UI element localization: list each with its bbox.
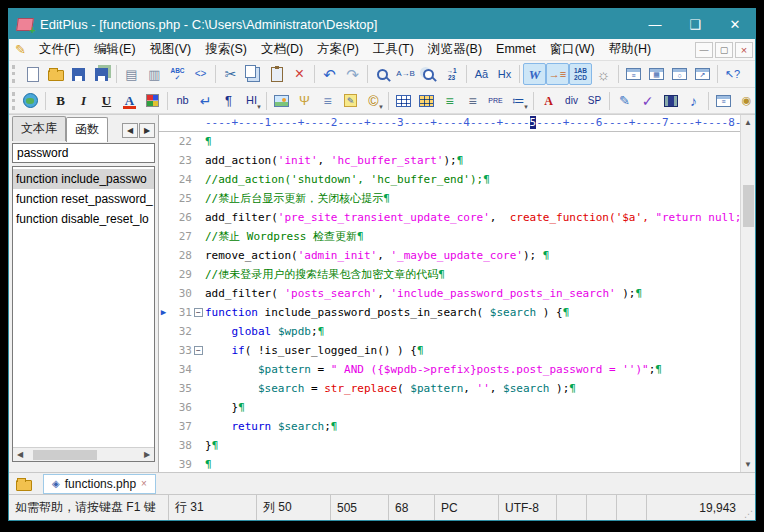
replace-button[interactable]: A→B xyxy=(394,63,417,85)
resize-grip[interactable]: ⋰ xyxy=(742,495,755,520)
code-line[interactable]: ▶31−function include_password_posts_in_s… xyxy=(159,303,740,322)
close-button[interactable]: ✕ xyxy=(715,9,755,39)
menu-item[interactable]: 帮助(H) xyxy=(602,40,658,58)
special-characters-button[interactable]: ©▼ xyxy=(362,90,385,112)
image-tag-button[interactable] xyxy=(270,90,293,112)
menu-item[interactable]: 浏览器(B) xyxy=(421,40,489,58)
scroll-up-icon[interactable]: ▲ xyxy=(741,115,755,130)
save-button[interactable] xyxy=(67,63,90,85)
menu-item[interactable]: 视图(V) xyxy=(143,40,199,58)
html-source-button[interactable]: <> xyxy=(189,63,212,85)
goto-line-button[interactable]: →123 xyxy=(440,63,463,85)
code-line[interactable]: 36 }¶ xyxy=(159,398,740,417)
tab-scroll-left-button[interactable]: ◀ xyxy=(122,123,138,138)
hex-viewer-button[interactable]: Hx xyxy=(493,63,516,85)
function-list-item[interactable]: function reset_password_ xyxy=(13,189,154,209)
toolbar-grip[interactable] xyxy=(12,65,17,83)
print-preview-button[interactable]: ▤ xyxy=(120,63,143,85)
input-checkbox-button[interactable]: ✓ xyxy=(636,90,659,112)
italic-button[interactable]: I xyxy=(72,90,95,112)
code-line[interactable]: 28remove_action('admin_init', '_maybe_up… xyxy=(159,246,740,265)
line-numbers-button[interactable]: 1AB2CD xyxy=(569,63,592,85)
auto-indent-button[interactable]: →≡ xyxy=(546,63,569,85)
code-line[interactable]: 25//禁止后台显示更新，关闭核心提示¶ xyxy=(159,189,740,208)
menu-item[interactable]: 搜索(S) xyxy=(198,40,254,58)
find-in-files-button[interactable] xyxy=(417,63,440,85)
mdi-minimize-button[interactable]: — xyxy=(695,42,713,58)
document-tab-functions-php[interactable]: ◈ functions.php × xyxy=(43,474,156,494)
form-field-button[interactable]: ≡ xyxy=(712,90,735,112)
line-break-button[interactable]: ↵ xyxy=(194,90,217,112)
browser-button[interactable] xyxy=(19,90,42,112)
menu-item[interactable]: Emmet xyxy=(489,40,543,58)
code-line[interactable]: 35 $search = str_replace( $pattern, '', … xyxy=(159,379,740,398)
horizontal-rule-button[interactable]: ≡ xyxy=(316,90,339,112)
sidebar-tab-cliptext[interactable]: 文本库 xyxy=(12,116,66,141)
list-tag-button[interactable]: ≔▼ xyxy=(507,90,530,112)
font-tag-button[interactable]: A xyxy=(537,90,560,112)
underline-button[interactable]: U xyxy=(95,90,118,112)
menu-item[interactable]: 工具(T) xyxy=(366,40,421,58)
help-button[interactable]: ↖? xyxy=(721,63,744,85)
browser-window-button[interactable]: ↗ xyxy=(691,63,714,85)
code-line[interactable]: 26add_filter('pre_site_transient_update_… xyxy=(159,208,740,227)
menu-item[interactable]: 窗口(W) xyxy=(543,40,602,58)
code-line[interactable]: 22¶ xyxy=(159,132,740,151)
mdi-restore-button[interactable]: ▢ xyxy=(715,42,733,58)
spell-check-button[interactable]: ABC✓ xyxy=(166,63,189,85)
div-tag-button[interactable]: div xyxy=(560,90,583,112)
table-tag-button[interactable] xyxy=(392,90,415,112)
code-line[interactable]: 34 $pattern = " AND ({$wpdb->prefix}post… xyxy=(159,360,740,379)
find-button[interactable] xyxy=(371,63,394,85)
copy-button[interactable] xyxy=(242,63,265,85)
span-tag-button[interactable]: SP xyxy=(583,90,606,112)
heading-tag-button[interactable]: HI▼ xyxy=(240,90,263,112)
minimize-button[interactable]: — xyxy=(635,9,675,39)
preferences-button[interactable]: ☼ xyxy=(592,63,615,85)
code-line[interactable]: 23add_action('init', 'hc_buffer_start');… xyxy=(159,151,740,170)
paste-button[interactable] xyxy=(265,63,288,85)
maximize-button[interactable]: ❑ xyxy=(675,9,715,39)
open-directory-button[interactable] xyxy=(13,475,35,493)
sidebar-tab-functions[interactable]: 函数 xyxy=(66,117,108,142)
function-list-item[interactable]: function include_passwo xyxy=(13,169,154,189)
paragraph-tag-button[interactable]: ¶ xyxy=(217,90,240,112)
word-wrap-button[interactable]: W xyxy=(523,63,546,85)
menu-item[interactable]: 编辑(E) xyxy=(87,40,143,58)
code-line[interactable]: 29//使未登录用户的搜索结果包含加密文章的代码¶ xyxy=(159,265,740,284)
cut-button[interactable]: ✂ xyxy=(219,63,242,85)
view-in-browser-button[interactable]: ○ xyxy=(668,63,691,85)
code-line[interactable]: 30add_filter( 'posts_search', 'include_p… xyxy=(159,284,740,303)
function-search-input[interactable] xyxy=(12,143,155,163)
sidebar-horizontal-scrollbar[interactable]: ◀ ▶ xyxy=(13,447,154,461)
document-list-button[interactable]: ≡ xyxy=(622,63,645,85)
bold-button[interactable]: B xyxy=(49,90,72,112)
form-tag-button[interactable]: ✎ xyxy=(613,90,636,112)
toolbar-grip[interactable] xyxy=(12,92,15,110)
new-file-button[interactable] xyxy=(21,63,44,85)
scrollbar-thumb[interactable] xyxy=(743,185,754,227)
menu-item[interactable]: 方案(P) xyxy=(310,40,366,58)
align-paragraph-button[interactable]: ≡ xyxy=(438,90,461,112)
code-line[interactable]: 32 global $wpdb;¶ xyxy=(159,322,740,341)
table-cell-tag-button[interactable] xyxy=(415,90,438,112)
mdi-close-button[interactable]: × xyxy=(735,42,753,58)
pre-tag-button[interactable]: PRE xyxy=(484,90,507,112)
code-canvas[interactable]: 22¶23add_action('init', 'hc_buffer_start… xyxy=(159,132,740,472)
comment-note-button[interactable]: ✎ xyxy=(339,90,362,112)
scrollbar-thumb[interactable] xyxy=(33,450,97,460)
code-line[interactable]: 24//add_action('shutdown', 'hc_buffer_en… xyxy=(159,170,740,189)
tab-scroll-right-button[interactable]: ▶ xyxy=(139,123,155,138)
center-align-button[interactable]: ≡ xyxy=(461,90,484,112)
save-all-button[interactable] xyxy=(90,63,113,85)
editor-vertical-scrollbar[interactable]: ▲ ▼ xyxy=(740,115,755,472)
code-line[interactable]: 38}¶ xyxy=(159,436,740,455)
input-radio-button[interactable]: ◉ xyxy=(735,90,755,112)
print-button[interactable]: ▥ xyxy=(143,63,166,85)
font-color-button[interactable]: A xyxy=(118,90,141,112)
delete-button[interactable]: × xyxy=(288,63,311,85)
code-line[interactable]: 33− if( !is_user_logged_in() ) {¶ xyxy=(159,341,740,360)
scroll-down-icon[interactable]: ▼ xyxy=(741,457,755,472)
open-file-button[interactable] xyxy=(44,63,67,85)
color-picker-button[interactable] xyxy=(141,90,164,112)
